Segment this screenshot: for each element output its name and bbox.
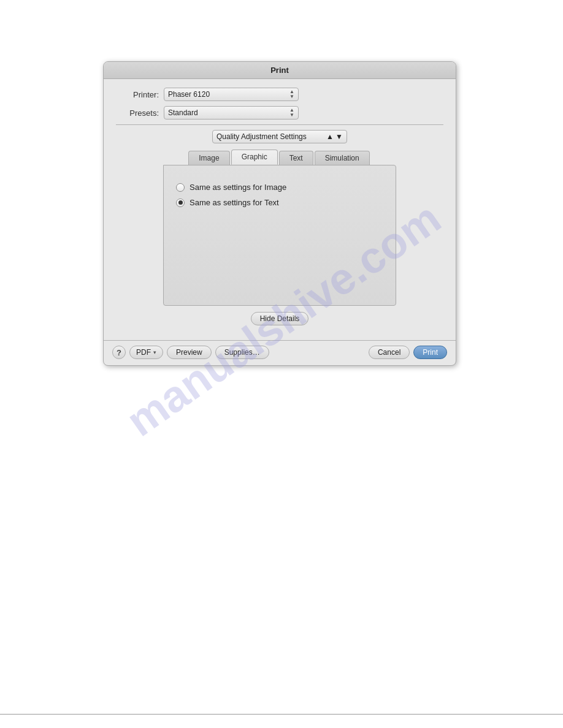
print-button[interactable]: Print [413,346,447,359]
tab-bar: Image Graphic Text Simulation [188,150,370,165]
printer-value: Phaser 6120 [168,90,210,99]
dialog-titlebar: Print [104,62,456,79]
settings-value: Quality Adjustment Settings [216,132,307,141]
printer-stepper[interactable]: ▲ ▼ [289,88,294,100]
printer-row: Printer: Phaser 6120 ▲ ▼ [116,88,443,101]
settings-stepper[interactable]: ▲ ▼ [326,132,343,141]
radio-image-label: Same as settings for Image [190,183,286,192]
presets-label: Presets: [116,108,159,118]
settings-row: Quality Adjustment Settings ▲ ▼ [116,130,443,143]
down-arrow-icon-2: ▼ [289,113,294,118]
presets-row: Presets: Standard ▲ ▼ [116,106,443,119]
hide-details-button[interactable]: Hide Details [251,312,309,325]
hide-details-row: Hide Details [116,312,443,325]
tab-graphic-label: Graphic [242,153,267,161]
printer-label: Printer: [116,90,159,99]
presets-stepper[interactable]: ▲ ▼ [289,107,294,119]
radio-text-label: Same as settings for Text [190,198,279,207]
radio-text[interactable] [176,199,185,207]
print-dialog: Print Printer: Phaser 6120 ▲ ▼ Presets: [103,61,456,366]
pdf-button[interactable]: PDF ▾ [129,346,163,359]
tab-image[interactable]: Image [188,151,229,165]
tab-text-label: Text [289,154,303,162]
preview-button[interactable]: Preview [167,346,212,359]
pdf-label: PDF [136,348,151,357]
printer-select[interactable]: Phaser 6120 ▲ ▼ [164,88,299,101]
bottom-divider [104,340,456,341]
radio-group: Same as settings for Image Same as setti… [176,178,383,207]
settings-select[interactable]: Quality Adjustment Settings ▲ ▼ [212,130,347,143]
dialog-title: Print [270,66,289,75]
help-button[interactable]: ? [112,346,126,359]
tab-image-label: Image [199,154,219,162]
up-arrow-icon-3: ▲ [326,132,334,141]
radio-row-image[interactable]: Same as settings for Image [176,183,383,192]
down-arrow-icon-3: ▼ [335,132,343,141]
supplies-button[interactable]: Supplies… [215,346,269,359]
pdf-arrow-icon: ▾ [153,349,156,355]
page-background: manualshive.com Print Printer: Phaser 61… [0,0,563,728]
bottom-rule [0,714,563,715]
tab-graphic[interactable]: Graphic [231,150,278,165]
tabs-area: Image Graphic Text Simulation [128,150,431,306]
divider-1 [116,124,443,125]
presets-value: Standard [168,108,198,117]
tab-simulation[interactable]: Simulation [315,151,370,165]
tab-text[interactable]: Text [279,151,313,165]
tab-panel: Same as settings for Image Same as setti… [163,165,396,306]
tab-simulation-label: Simulation [325,154,359,162]
down-arrow-icon: ▼ [289,94,294,99]
cancel-button[interactable]: Cancel [369,346,410,359]
presets-select[interactable]: Standard ▲ ▼ [164,106,299,119]
radio-row-text[interactable]: Same as settings for Text [176,198,383,207]
bottom-bar: ? PDF ▾ Preview Supplies… Cancel Print [104,346,456,365]
radio-image[interactable] [176,183,185,192]
dialog-body: Printer: Phaser 6120 ▲ ▼ Presets: Standa… [104,79,456,336]
